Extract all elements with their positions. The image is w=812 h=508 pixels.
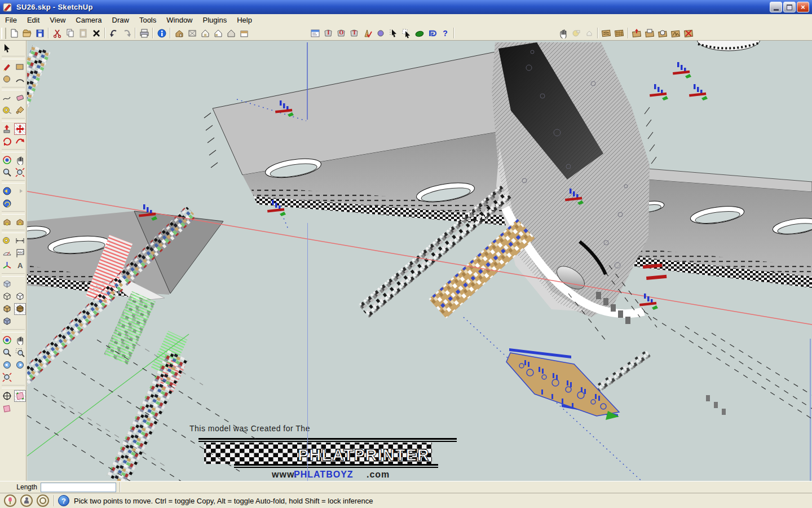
toolbar-grip[interactable]: [1, 28, 6, 39]
previous-view-tool[interactable]: [1, 185, 13, 197]
sandbox-smoove-button[interactable]: [630, 27, 643, 40]
zoom-window-tool[interactable]: [14, 347, 26, 358]
pan-hand-button[interactable]: [557, 27, 570, 40]
sandbox-flip-edge-button[interactable]: [682, 27, 695, 40]
select-cursor-button[interactable]: [387, 27, 400, 40]
model-info-button[interactable]: [155, 27, 168, 40]
rotate-tool[interactable]: [1, 135, 13, 147]
geolocation-icon[interactable]: [4, 494, 16, 507]
orbit-tool[interactable]: [1, 154, 13, 166]
redo-button[interactable]: [120, 27, 133, 40]
orbit-tool-2[interactable]: [1, 334, 13, 346]
restore-button[interactable]: [783, 2, 796, 12]
sign-in-icon[interactable]: [37, 494, 49, 507]
open-button[interactable]: [20, 27, 33, 40]
cut-button[interactable]: [51, 27, 64, 40]
sandbox-from-contours-button[interactable]: [600, 27, 613, 40]
get-model-tool[interactable]: [1, 216, 13, 228]
camera-left-button[interactable]: [237, 27, 250, 40]
disabled-tool-button-1[interactable]: [570, 27, 582, 40]
erase-button[interactable]: [90, 27, 103, 40]
select-box-cursor-button[interactable]: [400, 27, 413, 40]
disabled-tool-button-2[interactable]: [582, 27, 595, 40]
section-fill-tool[interactable]: [1, 402, 13, 414]
axes-tool[interactable]: [1, 260, 13, 271]
phlat-help-button[interactable]: ?: [439, 27, 452, 40]
rectangle-tool[interactable]: [14, 61, 26, 73]
menu-window[interactable]: Window: [161, 15, 197, 26]
select-tool[interactable]: [1, 42, 13, 54]
position-camera-tool[interactable]: [1, 390, 13, 402]
eraser-tool[interactable]: [14, 92, 26, 104]
zoom-extents-tool-2[interactable]: [1, 371, 13, 383]
undo-button[interactable]: [107, 27, 120, 40]
menu-file[interactable]: File: [0, 15, 22, 26]
zoom-tool-2[interactable]: [1, 347, 13, 358]
next-view-tool[interactable]: [14, 185, 26, 197]
paste-button[interactable]: [77, 27, 90, 40]
pan-tool[interactable]: [14, 154, 26, 166]
arc-tool[interactable]: [14, 73, 26, 85]
tape-measure-tool[interactable]: [1, 104, 13, 116]
phlat-angle-tool-button[interactable]: [361, 27, 374, 40]
menu-tools[interactable]: Tools: [134, 15, 161, 26]
camera-front-button[interactable]: [198, 27, 211, 40]
camera-top-button[interactable]: [186, 27, 198, 40]
new-button[interactable]: [7, 27, 20, 40]
tape-measure-tool-2[interactable]: [1, 235, 13, 247]
measurement-input[interactable]: [41, 483, 116, 492]
text-tool[interactable]: AbC: [14, 247, 26, 259]
camera-right-button[interactable]: [211, 27, 224, 40]
hidden-line-mode[interactable]: [14, 291, 26, 303]
camera-back-button[interactable]: [224, 27, 237, 40]
phlat-outside-cut-button[interactable]: O: [335, 27, 348, 40]
menu-camera[interactable]: Camera: [70, 15, 107, 26]
share-model-tool[interactable]: [14, 216, 26, 228]
minimize-button[interactable]: [770, 2, 782, 12]
line-tool[interactable]: [1, 61, 13, 73]
menu-draw[interactable]: Draw: [107, 15, 134, 26]
print-button[interactable]: [138, 27, 151, 40]
follow-me-tool[interactable]: [14, 135, 26, 147]
save-button[interactable]: [33, 27, 46, 40]
freehand-tool[interactable]: [1, 92, 13, 104]
context-help-icon[interactable]: ?: [58, 495, 69, 506]
sandbox-drape-button[interactable]: [656, 27, 669, 40]
phlat-inside-cut-button[interactable]: I: [322, 27, 335, 40]
section-plane-tool[interactable]: [14, 390, 26, 402]
claim-credit-icon[interactable]: [20, 494, 33, 507]
shaded-with-textures-mode[interactable]: [14, 303, 26, 315]
next-view-tool-2[interactable]: [14, 359, 26, 371]
protractor-tool[interactable]: [1, 247, 13, 259]
phlat-logo-button[interactable]: [426, 27, 439, 40]
sandbox-stamp-button[interactable]: [643, 27, 656, 40]
previous-view-tool-2[interactable]: [1, 359, 13, 371]
close-button[interactable]: ×: [797, 2, 809, 12]
pan-tool-2[interactable]: [14, 334, 26, 346]
make-component-tool[interactable]: [14, 42, 26, 54]
drawing-canvas[interactable]: This model was Created for The PHLATPRIN…: [27, 41, 812, 481]
menu-edit[interactable]: Edit: [22, 15, 45, 26]
sandbox-from-scratch-button[interactable]: [613, 27, 626, 40]
sandbox-add-detail-button[interactable]: [669, 27, 682, 40]
menu-help[interactable]: Help: [232, 15, 257, 26]
undo-view-tool[interactable]: [1, 198, 13, 209]
shaded-mode[interactable]: [1, 303, 13, 315]
zoom-tool[interactable]: [1, 167, 13, 178]
phlat-tabs-button[interactable]: T: [348, 27, 361, 40]
move-tool[interactable]: [14, 123, 26, 135]
zoom-extents-tool[interactable]: [14, 167, 26, 178]
camera-iso-button[interactable]: [173, 27, 186, 40]
xray-mode[interactable]: [1, 278, 13, 290]
wireframe-mode[interactable]: [1, 291, 13, 303]
dimension-tool[interactable]: [14, 235, 26, 247]
phlat-mark-button[interactable]: [374, 27, 387, 40]
phlat-material-button[interactable]: [413, 27, 426, 40]
menu-plugins[interactable]: Plugins: [198, 15, 232, 26]
paint-bucket-tool[interactable]: [14, 104, 26, 116]
phlat-settings-button[interactable]: [309, 27, 322, 40]
menu-view[interactable]: View: [45, 15, 70, 26]
three-d-text-tool[interactable]: A: [14, 260, 26, 271]
copy-button[interactable]: [64, 27, 77, 40]
circle-tool[interactable]: [1, 73, 13, 85]
